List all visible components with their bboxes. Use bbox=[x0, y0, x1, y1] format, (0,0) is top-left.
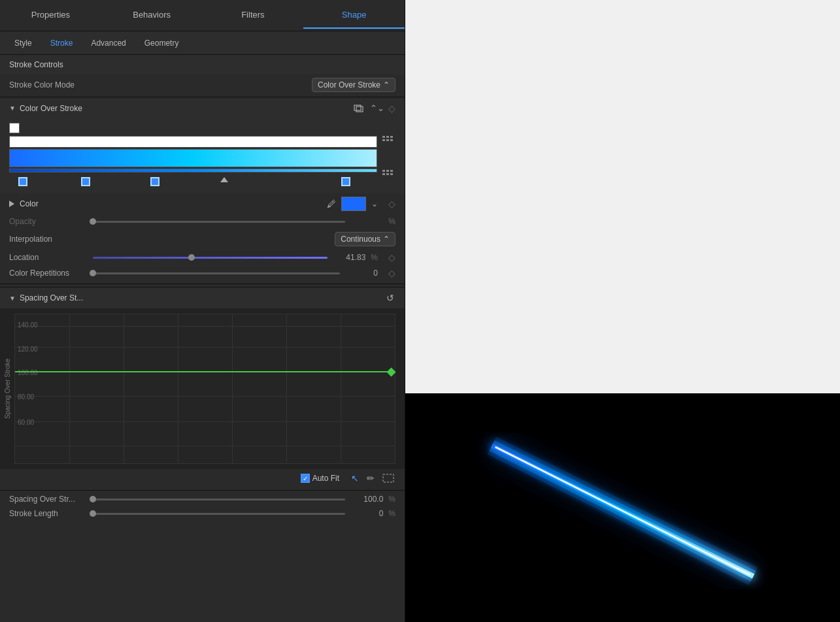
tab-filters[interactable]: Filters bbox=[203, 2, 304, 29]
chevron-updown-icon-button[interactable]: ⌃⌄ bbox=[369, 102, 386, 114]
panel-content: Stroke Controls Stroke Color Mode Color … bbox=[0, 55, 405, 622]
opacity-slider-track[interactable] bbox=[93, 221, 345, 223]
gradient-stop-3[interactable] bbox=[150, 177, 160, 186]
opacity-slider-thumb[interactable] bbox=[90, 218, 96, 225]
color-swatch[interactable] bbox=[341, 197, 366, 211]
location-slider-track[interactable] bbox=[93, 257, 328, 259]
gradient-stop-up-2[interactable] bbox=[220, 177, 228, 182]
stroke-length-unit: % bbox=[388, 509, 395, 518]
chart-label-120: 120.00 bbox=[18, 346, 38, 353]
interpolation-dropdown[interactable]: Continuous ⌃ bbox=[335, 232, 395, 246]
spacing-value-label: Spacing Over Str... bbox=[9, 495, 88, 504]
eyedropper-icon[interactable]: 🖉 bbox=[327, 199, 336, 209]
spacing-value-number: 100.0 bbox=[350, 495, 383, 504]
gradient-list-icon-1[interactable] bbox=[382, 136, 395, 148]
stroke-color-mode-dropdown[interactable]: Color Over Stroke ⌃ bbox=[312, 78, 395, 92]
selection-tool-button[interactable] bbox=[381, 472, 395, 484]
tab-behaviors[interactable]: Behaviors bbox=[101, 2, 203, 29]
chart-area[interactable]: 140.00 120.00 100.00 80.00 60.00 bbox=[14, 314, 395, 464]
gradient-stop-1[interactable] bbox=[18, 177, 27, 186]
auto-fit-label: Auto Fit bbox=[312, 474, 339, 483]
lightsaber-preview bbox=[405, 393, 840, 622]
color-row: Color 🖉 ⌄ ◇ bbox=[0, 193, 405, 214]
opacity-label: Opacity bbox=[9, 217, 88, 226]
chart-gridline-h2 bbox=[15, 347, 395, 348]
gradient-list-icon-2[interactable] bbox=[382, 170, 395, 182]
stroke-length-slider[interactable] bbox=[93, 513, 345, 515]
color-stop-white-square[interactable] bbox=[9, 123, 20, 133]
color-over-stroke-header: ▼ Color Over Stroke ⌃⌄ ◇ bbox=[0, 99, 405, 118]
sub-tab-advanced[interactable]: Advanced bbox=[82, 35, 135, 52]
svg-line-6 bbox=[496, 447, 750, 575]
location-label: Location bbox=[9, 253, 88, 262]
chart-gridline-h6 bbox=[15, 446, 395, 446]
chart-label-140: 140.00 bbox=[18, 321, 38, 329]
spacing-value-thumb[interactable] bbox=[90, 496, 96, 502]
svg-rect-1 bbox=[356, 106, 363, 112]
chart-wrapper: Spacing Over Stroke 140.00 120.00 bbox=[0, 308, 405, 469]
spacing-value-row: Spacing Over Str... 100.0 % bbox=[0, 492, 405, 506]
stroke-color-mode-label: Stroke Color Mode bbox=[9, 80, 101, 90]
sub-tab-style[interactable]: Style bbox=[5, 35, 41, 52]
color-expand-icon[interactable] bbox=[9, 201, 14, 207]
chart-gridline-h4 bbox=[15, 396, 395, 397]
chart-gridline-v2 bbox=[124, 314, 124, 463]
spacing-over-stroke-header: ▼ Spacing Over St... ↺ bbox=[0, 287, 405, 308]
stroke-length-label: Stroke Length bbox=[9, 509, 88, 518]
gradient-stop-4[interactable] bbox=[341, 177, 350, 186]
stroke-length-row: Stroke Length 0 % bbox=[0, 506, 405, 521]
chart-label-80: 80.00 bbox=[18, 393, 34, 401]
color-repetitions-slider[interactable] bbox=[93, 272, 340, 274]
spacing-reset-icon[interactable]: ↺ bbox=[385, 291, 395, 304]
tab-shape[interactable]: Shape bbox=[303, 2, 405, 29]
interpolation-value: Continuous ⌃ bbox=[101, 232, 395, 246]
copy-icon-button[interactable] bbox=[352, 103, 366, 114]
chart-gridline-h1 bbox=[15, 326, 395, 327]
chart-gridline-v6 bbox=[341, 314, 341, 463]
chart-toolbar: ✓ Auto Fit ↖ ✏ bbox=[0, 469, 405, 489]
color-repetitions-label: Color Repetitions bbox=[9, 269, 88, 278]
spacing-collapse-icon[interactable]: ▼ bbox=[9, 295, 16, 302]
gradient-bar-white bbox=[9, 136, 377, 148]
tab-properties[interactable]: Properties bbox=[0, 2, 101, 29]
arrow-tool-icon: ↖ bbox=[351, 473, 359, 483]
color-keyframe-icon: ◇ bbox=[388, 199, 395, 209]
stroke-color-mode-row: Stroke Color Mode Color Over Stroke ⌃ bbox=[0, 74, 405, 95]
chart-green-diamond[interactable] bbox=[386, 367, 395, 376]
chart-gridline-v4 bbox=[232, 314, 233, 463]
collapse-triangle-icon[interactable]: ▼ bbox=[9, 105, 16, 112]
sub-tabs: Style Stroke Advanced Geometry bbox=[0, 31, 405, 55]
selection-tool-icon bbox=[382, 474, 394, 483]
stroke-length-value: 0 bbox=[350, 509, 383, 518]
stroke-color-mode-value: Color Over Stroke ⌃ bbox=[101, 78, 395, 92]
spacing-value-slider[interactable] bbox=[93, 499, 345, 500]
auto-fit-checkbox[interactable]: ✓ bbox=[301, 474, 310, 483]
color-label: Color bbox=[20, 199, 322, 208]
gradient-container bbox=[0, 118, 405, 193]
chart-label-60: 60.00 bbox=[18, 419, 34, 426]
chevron-updown-icon: ⌃⌄ bbox=[370, 103, 384, 113]
stroke-controls-header: Stroke Controls bbox=[0, 55, 405, 74]
color-repetitions-row: Color Repetitions 0 ◇ bbox=[0, 265, 405, 281]
sub-tab-geometry[interactable]: Geometry bbox=[135, 35, 188, 52]
chart-gridline-v1 bbox=[69, 314, 70, 463]
chart-y-label: Spacing Over Stroke bbox=[0, 308, 14, 469]
location-slider-thumb[interactable] bbox=[188, 254, 195, 261]
arrow-tool-button[interactable]: ↖ bbox=[350, 472, 360, 485]
gradient-bar-line bbox=[9, 169, 377, 172]
sub-tab-stroke[interactable]: Stroke bbox=[41, 35, 82, 52]
right-top-canvas bbox=[405, 0, 840, 393]
color-repetitions-keyframe-icon: ◇ bbox=[388, 268, 395, 278]
location-unit: % bbox=[371, 253, 378, 262]
stroke-length-thumb[interactable] bbox=[90, 510, 96, 517]
left-panel: Properties Behaviors Filters Shape Style… bbox=[0, 0, 405, 622]
spacing-value-unit: % bbox=[388, 495, 395, 504]
checkbox-check-icon: ✓ bbox=[303, 475, 308, 482]
copy-icon bbox=[353, 104, 365, 113]
color-repetitions-value: 0 bbox=[345, 269, 378, 278]
color-chevron-icon[interactable]: ⌄ bbox=[371, 199, 378, 208]
auto-fit-checkbox-area: ✓ Auto Fit bbox=[301, 474, 339, 483]
color-repetitions-thumb[interactable] bbox=[90, 270, 96, 276]
gradient-stop-2[interactable] bbox=[81, 177, 90, 186]
pen-tool-button[interactable]: ✏ bbox=[365, 472, 376, 485]
